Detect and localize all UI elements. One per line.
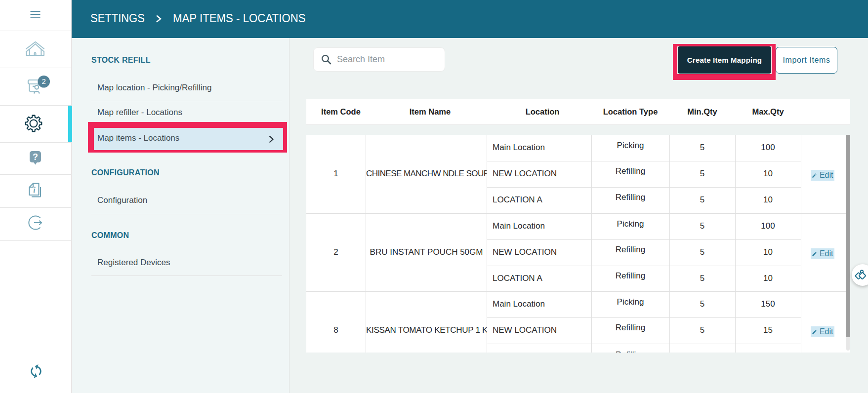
svg-text:i: i: [33, 186, 36, 194]
svg-text:2: 2: [42, 77, 46, 85]
svg-text:?: ?: [33, 152, 38, 162]
